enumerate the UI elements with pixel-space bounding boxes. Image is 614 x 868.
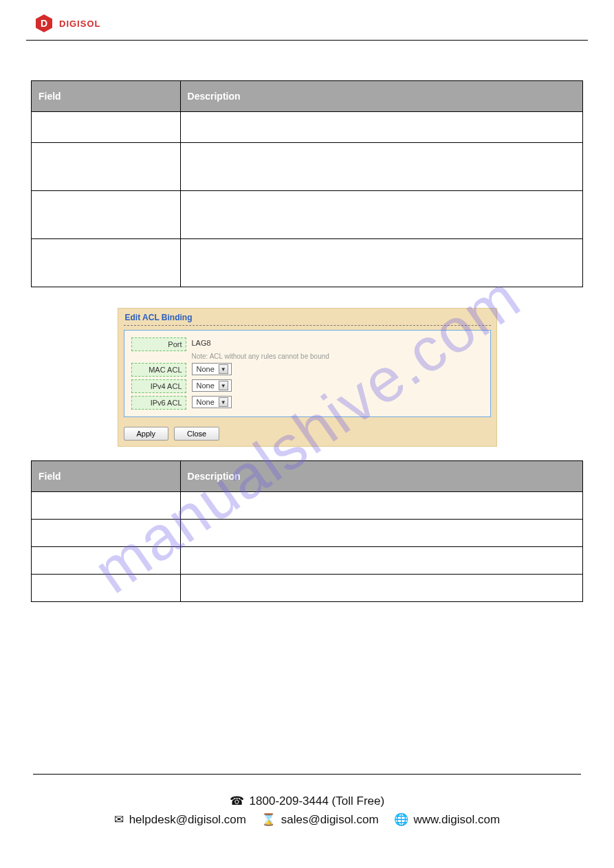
table-header: Description <box>180 461 582 492</box>
apply-button[interactable]: Apply <box>124 427 169 441</box>
chevron-down-icon: ▼ <box>219 397 228 407</box>
page-header: D DIGISOL <box>0 0 614 40</box>
intro-text: Click "Edit" button to view the Edit ACL… <box>31 54 583 67</box>
svg-text:D: D <box>41 18 47 29</box>
table-header: Field <box>32 461 181 492</box>
mac-acl-label: MAC ACL <box>131 363 186 377</box>
table-row: IPv6 ACL Select IPv6 ACL name from list … <box>32 575 583 602</box>
ipv4-acl-label: IPv4 ACL <box>131 379 186 393</box>
table-row: IPv4 ACL Display ipv4 ACL name that boun… <box>32 191 583 239</box>
phone-icon: ☎ <box>230 794 244 808</box>
table-row: Port Display port entry ID. <box>32 492 583 520</box>
email-icon: ✉ <box>114 812 124 827</box>
table-header: Description <box>180 81 582 112</box>
ipv4-acl-select[interactable]: None ▼ <box>192 379 232 392</box>
hourglass-icon: ⌛ <box>261 812 276 827</box>
port-label: Port <box>131 337 186 351</box>
field-description-table-1: Field Description Port Display port entr… <box>31 80 583 287</box>
table-row: IPv6 ACL Display ipv6 ACL name that boun… <box>32 239 583 287</box>
chevron-down-icon: ▼ <box>219 364 228 374</box>
port-value: LAG8 <box>192 337 329 347</box>
globe-icon: 🌐 <box>394 812 408 827</box>
logo-hex-icon: D <box>34 14 54 33</box>
footer-website: www.digisol.com <box>413 813 500 826</box>
page-footer: ☎ 1800-209-3444 (Toll Free) ✉ helpdesk@d… <box>0 774 614 827</box>
dialog-divider <box>124 325 491 326</box>
table-header: Field <box>32 81 181 112</box>
ipv6-acl-label: IPv6 ACL <box>131 396 186 410</box>
dialog-note: Note: ACL without any rules cannot be bo… <box>192 353 329 360</box>
ipv6-acl-select[interactable]: None ▼ <box>192 396 232 408</box>
table-row: MAC ACL Display mac ACL name that bound … <box>32 143 583 191</box>
table-row: Port Display port entry ID. <box>32 112 583 143</box>
mac-acl-select[interactable]: None ▼ <box>192 363 232 375</box>
footer-phone: 1800-209-3444 (Toll Free) <box>250 794 385 808</box>
dialog-title: Edit ACL Binding <box>118 309 496 325</box>
footer-email-helpdesk: helpdesk@digisol.com <box>129 813 246 826</box>
footer-email-sales: sales@digisol.com <box>281 813 379 826</box>
footer-divider <box>33 774 581 775</box>
field-description-table-2: Field Description Port Display port entr… <box>31 460 583 602</box>
brand-name: DIGISOL <box>59 19 100 29</box>
chevron-down-icon: ▼ <box>219 381 228 390</box>
brand-logo: D DIGISOL <box>34 14 100 33</box>
table-row: IPv4 ACL Select IPv4 ACL name from list … <box>32 547 583 575</box>
edit-acl-binding-dialog: Edit ACL Binding Port LAG8 Note: ACL wit… <box>118 308 497 447</box>
close-button[interactable]: Close <box>174 427 219 441</box>
table-row: MAC ACL Select mac ACL name from list to… <box>32 520 583 547</box>
